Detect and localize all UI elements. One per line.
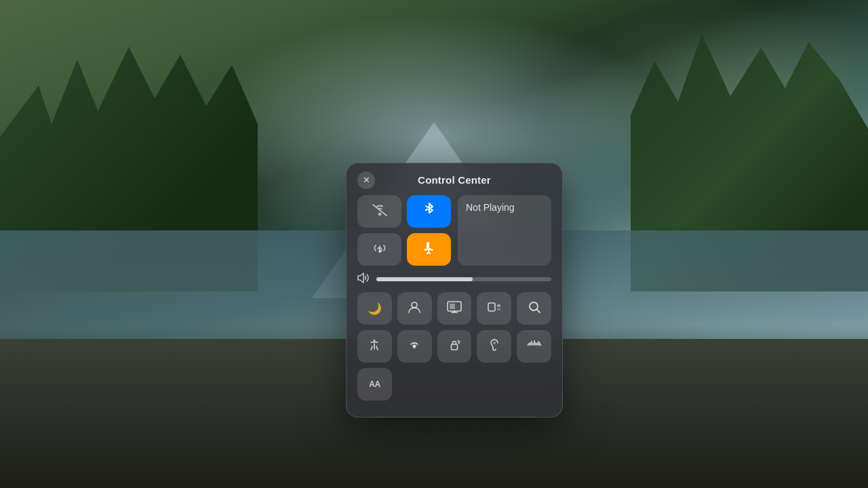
volume-icon — [357, 272, 371, 285]
svg-rect-10 — [451, 344, 457, 350]
lock-rotation-icon — [448, 338, 461, 355]
accessibility-button[interactable] — [357, 330, 392, 363]
volume-slider[interactable] — [376, 277, 551, 281]
screen-mirror-icon — [447, 301, 462, 317]
hotspot-button[interactable] — [397, 330, 432, 363]
airplane-icon — [422, 241, 437, 259]
control-center-panel: ✕ Control Center — [346, 163, 563, 418]
svg-point-7 — [530, 302, 538, 310]
text-size-icon: AA — [369, 380, 380, 389]
sound-recognition-button[interactable] — [517, 330, 551, 363]
screen-lock-button[interactable] — [437, 330, 472, 363]
user-button[interactable] — [397, 292, 432, 325]
now-playing-panel: Not Playing — [458, 195, 551, 266]
screen-mirror-button[interactable] — [437, 292, 472, 325]
stage-manager-icon — [488, 300, 501, 317]
svg-rect-6 — [497, 308, 500, 310]
svg-point-0 — [378, 250, 381, 253]
airdrop-icon — [372, 241, 387, 258]
bluetooth-icon — [425, 203, 434, 221]
accessibility-icon — [368, 338, 381, 355]
panel-title: Control Center — [418, 174, 491, 186]
svg-rect-3 — [450, 304, 455, 309]
top-section: Airplane Mode Not Playing — [357, 195, 551, 266]
wifi-button[interactable] — [357, 195, 401, 228]
volume-fill — [376, 277, 473, 281]
svg-point-1 — [412, 302, 417, 308]
spotlight-button[interactable] — [517, 292, 551, 325]
bluetooth-button[interactable] — [407, 195, 451, 228]
svg-rect-4 — [488, 303, 495, 311]
close-button[interactable]: ✕ — [357, 171, 375, 189]
moon-icon: 🌙 — [368, 302, 382, 316]
connectivity-grid: Airplane Mode — [357, 195, 451, 266]
volume-row — [357, 272, 551, 285]
hearing-icon — [488, 338, 500, 356]
action-row-2: AA — [357, 330, 551, 401]
hearing-button[interactable] — [477, 330, 511, 363]
svg-point-11 — [493, 342, 496, 344]
airplane-button[interactable]: Airplane Mode — [407, 233, 451, 266]
panel-header: ✕ Control Center — [357, 174, 551, 186]
svg-rect-5 — [497, 304, 500, 307]
wifi-off-icon — [372, 204, 387, 220]
waveform-icon — [527, 339, 542, 354]
action-row-1: 🌙 — [357, 292, 551, 325]
svg-point-8 — [374, 340, 376, 342]
stage-manager-button[interactable] — [477, 292, 511, 325]
text-size-button[interactable]: AA — [357, 368, 392, 401]
do-not-disturb-button[interactable]: 🌙 — [357, 292, 392, 325]
search-icon — [528, 300, 541, 317]
airdrop-button[interactable] — [357, 233, 401, 266]
hotspot-icon — [408, 338, 421, 355]
close-icon: ✕ — [363, 175, 370, 185]
now-playing-status: Not Playing — [466, 202, 543, 213]
person-icon — [408, 300, 421, 317]
